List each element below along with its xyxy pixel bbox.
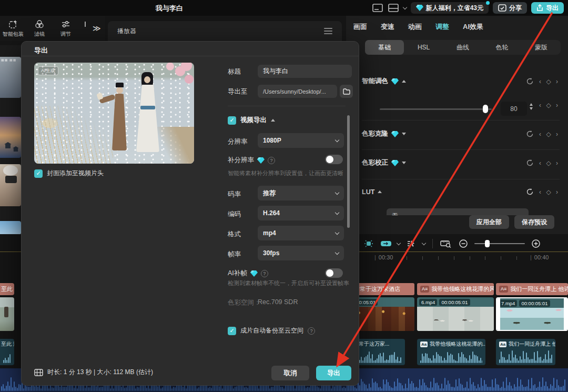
- cancel-button[interactable]: 取消: [271, 366, 309, 380]
- tab-adjust[interactable]: 调整: [435, 22, 449, 32]
- video-clip[interactable]: 6.mp4 00:00:05:01: [417, 297, 494, 331]
- caption-layout-icon[interactable]: [372, 3, 383, 13]
- help-icon[interactable]: ?: [268, 157, 275, 164]
- vip-gem-icon: [391, 131, 399, 137]
- subtab-basic[interactable]: 基础: [365, 40, 404, 55]
- help-icon[interactable]: ?: [261, 270, 268, 277]
- tab-speed[interactable]: 变速: [381, 22, 394, 32]
- media-thumbnail[interactable]: [0, 164, 21, 206]
- help-icon[interactable]: ?: [308, 327, 315, 335]
- bitrate-dropdown[interactable]: 推荐: [258, 186, 344, 200]
- collapse-icon[interactable]: [271, 119, 275, 122]
- zoom-slider-knob[interactable]: [485, 240, 490, 247]
- player-menu-icon[interactable]: [324, 28, 332, 34]
- select-dropdown-chevron-icon[interactable]: [422, 240, 426, 245]
- tool-partial[interactable]: [79, 20, 92, 37]
- keyframe-controls[interactable]: ‹ ◇ ›: [539, 102, 560, 109]
- expand-icon[interactable]: [402, 162, 406, 164]
- section-color-clone: 色彩克隆 ‹ ◇ ›: [362, 129, 560, 138]
- video-export-checkbox-checked[interactable]: ✓: [228, 116, 236, 125]
- super-res-toggle-off[interactable]: [325, 155, 343, 164]
- select-tool-icon[interactable]: [405, 237, 418, 250]
- tool-filter[interactable]: 滤镜: [26, 19, 53, 38]
- keyframe-controls[interactable]: ‹ ◇ ›: [539, 159, 560, 167]
- video-clip-selected[interactable]: 7.mp4 00:00:05:01: [496, 297, 568, 331]
- collapse-icon[interactable]: [402, 80, 406, 83]
- media-thumbnail[interactable]: [0, 221, 21, 235]
- tab-ai-effects[interactable]: AI效果: [463, 22, 483, 32]
- audio-clip[interactable]: Aa我们一同泛舟潭上 他.: [496, 339, 555, 365]
- timeline-zoom-slider[interactable]: [474, 243, 525, 244]
- video-clip-fragment[interactable]: [0, 297, 14, 331]
- keyframe-controls[interactable]: ‹ ◇ ›: [539, 78, 560, 85]
- ai-frame-toggle-off[interactable]: [325, 268, 343, 278]
- media-thumbnail[interactable]: [0, 117, 21, 158]
- resolution-dropdown[interactable]: 1080P: [258, 133, 344, 148]
- clip-thumbnails: [497, 308, 567, 330]
- path-input[interactable]: /Users/sunny/Desktop/...: [258, 85, 337, 98]
- export-button-top[interactable]: 导出: [531, 2, 564, 14]
- link-preview-icon[interactable]: [380, 237, 392, 250]
- subtab-color-wheel[interactable]: 色轮: [482, 40, 521, 55]
- audio-clip[interactable]: Aa我带他领略这桃花潭的...: [417, 339, 485, 365]
- tab-animation[interactable]: 动画: [408, 22, 422, 32]
- reset-icon[interactable]: [526, 159, 534, 167]
- filter-icon: [35, 19, 44, 29]
- tab-picture[interactable]: 画面: [353, 22, 367, 32]
- save-preset-button[interactable]: 保存预设: [514, 215, 554, 229]
- subtab-mask[interactable]: 蒙版: [522, 40, 561, 55]
- link-dropdown-chevron-icon[interactable]: [397, 240, 401, 245]
- slider-value-box[interactable]: 80: [501, 102, 527, 116]
- text-clip[interactable]: A≡ 我带他领略这桃花潭的风光 分: [417, 283, 494, 295]
- zoom-out-icon[interactable]: [457, 237, 470, 250]
- subtab-hsl[interactable]: HSL: [404, 40, 443, 55]
- text-clip[interactable]: 至此 满心: [0, 283, 14, 295]
- reset-icon[interactable]: [526, 77, 534, 85]
- slider-knob[interactable]: [483, 105, 488, 113]
- tool-label: 调节: [60, 31, 71, 38]
- video-export-row[interactable]: ✓ 视频导出: [228, 116, 275, 125]
- title-input[interactable]: 我与李白: [258, 65, 352, 78]
- toolbar-expand-button[interactable]: ≫: [93, 24, 100, 33]
- reset-icon[interactable]: [526, 188, 534, 196]
- tool-label: 滤镜: [34, 31, 45, 38]
- cloud-backup-checkbox-checked[interactable]: ✓: [228, 327, 236, 335]
- export-label: 导出: [546, 4, 559, 13]
- cover-preview[interactable]: AI生成: [34, 63, 194, 164]
- apply-all-button[interactable]: 应用全部: [469, 215, 509, 229]
- range-select-icon[interactable]: [440, 237, 452, 250]
- panel-layout-icon[interactable]: [388, 3, 399, 13]
- project-title: 我与李白: [156, 4, 183, 13]
- export-confirm-button[interactable]: 导出: [316, 366, 351, 380]
- format-dropdown[interactable]: mp4: [258, 226, 344, 240]
- audio-clip-fragment[interactable]: 至此 满心.: [0, 339, 14, 365]
- media-thumbnail[interactable]: ▦▦ ▦▦: [0, 57, 21, 98]
- subtab-curves[interactable]: 曲线: [443, 40, 482, 55]
- share-button[interactable]: 分享: [493, 2, 527, 14]
- collapse-icon[interactable]: [378, 190, 382, 193]
- lut-dropdown-value: 无: [392, 212, 398, 216]
- tool-adjust[interactable]: 调节: [53, 19, 79, 38]
- zoom-in-icon[interactable]: [530, 237, 542, 250]
- browse-folder-button[interactable]: [340, 85, 353, 98]
- cover-option-row[interactable]: ✓ 封面添加至视频片头: [34, 169, 104, 178]
- text-clip-label: 我带他领略这桃花潭的风光 分: [431, 285, 494, 293]
- value-stepper[interactable]: [530, 103, 533, 110]
- text-clip[interactable]: A≡ 我们一同泛舟潭上 他诗: [496, 283, 568, 295]
- keyframe-controls[interactable]: ‹ ◇ ›: [539, 130, 560, 138]
- smart-color-slider[interactable]: [380, 108, 492, 110]
- lut-dropdown-clipped[interactable]: 无: [387, 208, 529, 215]
- codec-dropdown[interactable]: H.264: [258, 206, 344, 220]
- keyframe-controls[interactable]: ‹ ◇ ›: [539, 188, 560, 196]
- reset-icon[interactable]: [526, 130, 534, 138]
- cover-checkbox-checked[interactable]: ✓: [34, 169, 43, 178]
- fps-dropdown[interactable]: 30fps: [258, 246, 344, 260]
- auto-snap-icon[interactable]: [362, 237, 375, 250]
- tool-smart-packaging[interactable]: 智能包装: [0, 19, 26, 38]
- expand-icon[interactable]: [402, 133, 406, 135]
- dialog-scrollbar[interactable]: [347, 115, 350, 228]
- layout-dropdown-chevron-icon[interactable]: [402, 5, 407, 9]
- clip-duration: 00:00:05:01: [519, 300, 550, 307]
- promo-pill[interactable]: 新人福利，立省43元: [411, 2, 489, 14]
- cloud-backup-row[interactable]: ✓ 成片自动备份至云空间 ?: [228, 326, 315, 335]
